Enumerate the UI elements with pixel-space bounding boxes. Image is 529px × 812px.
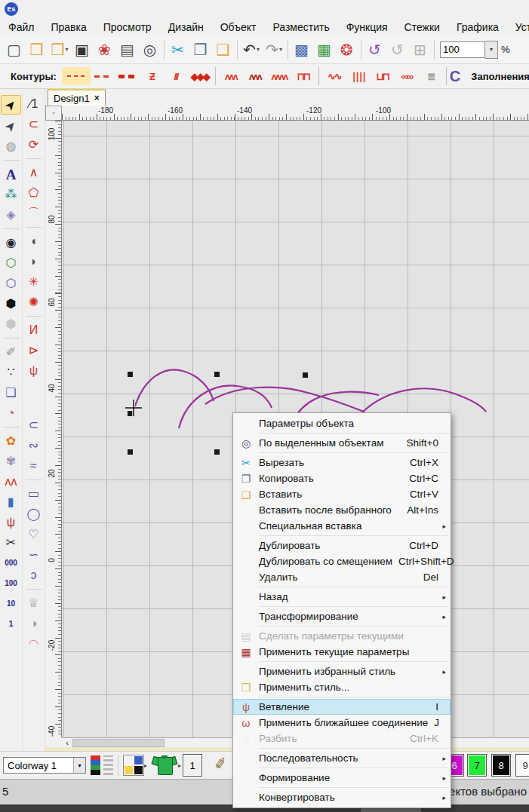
import-artwork-icon[interactable]: ▩ [291,38,313,61]
measure-tool[interactable]: ∵ [2,363,20,381]
menu-edit[interactable]: Правка [42,20,94,35]
new-document-icon[interactable]: ▢ [3,38,26,61]
palette-dropdown-arrow-icon[interactable]: ▸ [144,762,147,769]
thread-colors-icon[interactable]: ❂ [336,38,358,61]
swatch-9[interactable]: 9 [515,754,529,777]
hexagon-black-tool[interactable]: ⬢ [2,295,20,313]
cm-closest-join[interactable]: ω Применить ближайшее соединение J [233,715,451,731]
run-digitize-tool[interactable]: ∕1 [24,95,43,113]
open-shape-tool[interactable]: ∧ [24,164,43,182]
quarter-circle-tool[interactable]: ◔ [2,404,20,422]
count-100[interactable]: 100 [2,575,20,593]
print-icon[interactable]: ▤ [116,38,139,61]
redo-icon[interactable]: ↷▾ [263,38,285,61]
zigzag-stitch-tool[interactable]: ʌʌ [2,473,20,491]
manual-run-tool[interactable]: И [24,321,43,339]
stitch-square-wave[interactable]: ⊔⊓ [371,67,394,85]
curve-s-tool[interactable]: ∾ [24,437,43,455]
monogram-tool[interactable]: ◈ [2,206,20,224]
freehand-line-tool[interactable]: ∽ [24,546,43,564]
selection-handle[interactable] [128,372,133,377]
trim-tool[interactable]: ✂ [2,534,20,552]
node-edit-tool[interactable]: ➤ [2,117,20,135]
garment-tshirt-icon[interactable] [152,754,177,775]
swatch-7[interactable]: 7 [467,754,487,777]
menu-file[interactable]: Файл [0,20,42,35]
punch-tool-icon[interactable]: ↺ [364,38,386,61]
cm-paste[interactable]: ❑ Вставить Ctrl+V [233,486,451,502]
cm-shaping[interactable]: Формирование ▸ [233,770,451,786]
embroidery-curve[interactable] [205,388,364,412]
fusion-tool[interactable]: ⊳ [24,342,43,360]
cm-zoom-to-selected[interactable]: ◎ По выделенным объектам Shift+0 [233,435,451,451]
rotate-digitize-tool[interactable]: ⟳ [24,136,43,154]
lettering-tool[interactable]: A [2,165,20,183]
paste-icon[interactable]: ❑ [212,38,235,61]
shapes-library-tool[interactable]: ♡ [24,526,43,544]
garment-dropdown-arrow-icon[interactable]: ▸ [178,762,181,769]
cm-sequence[interactable]: Последовательность ▸ [233,750,451,766]
ring-tool[interactable]: ✺ [24,293,43,311]
cm-apply-current-params[interactable]: ▦ Применить текущие параметры [233,644,451,660]
print-preview-icon[interactable]: ◎ [139,38,161,61]
cm-delete[interactable]: Удалить Del [233,569,451,585]
undo-icon[interactable]: ↶▾ [240,38,263,61]
selection-handle[interactable] [128,449,133,455]
fork-needle-tool[interactable]: ψ [2,513,20,532]
cm-transform[interactable]: Трансформирование ▸ [233,608,451,624]
branch-tool[interactable]: ψ [24,362,43,380]
stitch-wave[interactable]: ∿∿ [323,67,346,85]
selection-handle[interactable] [303,372,308,378]
cm-copy[interactable]: ❐ Копировать Ctrl+C [233,470,451,486]
cm-break-apart[interactable]: ◌ Разбить Ctrl+K [233,731,451,746]
sew-simulate-icon[interactable]: ↺ [386,38,409,61]
ellipse-tool[interactable]: ◯ [24,505,43,523]
menu-stitches[interactable]: Стежки [396,20,448,35]
wave-tool[interactable]: ≈ [24,457,43,475]
hexagon-c-tool[interactable]: ⬡ [2,274,20,293]
stitch-step-outline[interactable]: ⊓⊓ [292,67,315,85]
colorway-select[interactable]: Colorway 1 ▾ [3,757,86,774]
circle-applique-tool[interactable]: ◉ [2,234,20,252]
cm-back[interactable]: Назад ▸ [233,589,451,605]
stitch-stemstitch[interactable]: ʌʌʌ [244,67,266,85]
knife-tool[interactable]: ✐ [2,343,20,361]
closed-shape-tool[interactable]: ⬠ [24,184,43,202]
cm-object-properties[interactable]: Параметры объекта [233,415,451,431]
menu-setup[interactable]: Установка [507,20,529,35]
cm-paste-special[interactable]: Специальная вставка ▸ [233,518,451,534]
colorway-list-icon[interactable] [103,755,113,775]
selection-handle[interactable] [214,372,220,377]
column-b-tool[interactable]: ◗ [24,253,43,271]
flower-fill-tool[interactable]: ✿ [2,432,20,450]
cm-convert[interactable]: Конвертировать ▸ [233,789,451,805]
team-names-tool[interactable]: ⁂ [2,185,20,204]
cm-cut[interactable]: ✂ Вырезать Ctrl+X [233,455,451,470]
stitch-coil[interactable]: ∞∞ [395,67,418,85]
embroidery-curve[interactable] [134,370,214,411]
tab-design1[interactable]: Design1 × [48,89,106,106]
stitch-satin-outline[interactable]: /// [165,67,187,85]
scroll-left-icon[interactable]: ‹ [62,738,72,747]
curve-c-tool[interactable]: ⊂ [24,416,43,434]
selection-handle[interactable] [214,449,220,455]
embroidery-curve[interactable] [362,388,486,412]
open-recent-icon[interactable]: ❒▾ [48,38,71,61]
curve-c-button[interactable]: C [450,66,460,86]
stitch-dense-columns[interactable]: ∣∣∣∣ [347,67,370,85]
thread-palette-icon[interactable] [123,755,144,776]
overlap-order-tool[interactable]: ❏ [2,384,20,402]
cut-icon[interactable]: ✂ [167,38,189,61]
star-burst-tool[interactable]: ✳ [24,273,43,291]
stitch-zigzag-dense[interactable]: ʌʌʌʌ [268,67,291,85]
select-tool[interactable]: ➤ [1,95,21,115]
export-artwork-icon[interactable]: ▦ [313,38,336,61]
zoom-level-input[interactable] [440,41,485,58]
menu-object[interactable]: Объект [212,20,265,35]
cm-apply-style[interactable]: ❒ Применить стиль... [233,679,451,695]
insert-design-icon[interactable]: ❀ [94,38,116,61]
rectangle-tool[interactable]: ▭ [24,485,43,503]
open-design-icon[interactable]: ❒ [26,38,48,61]
color-swatch-1[interactable]: 1 [183,754,202,777]
stitch-triple-outline[interactable] [92,67,115,85]
